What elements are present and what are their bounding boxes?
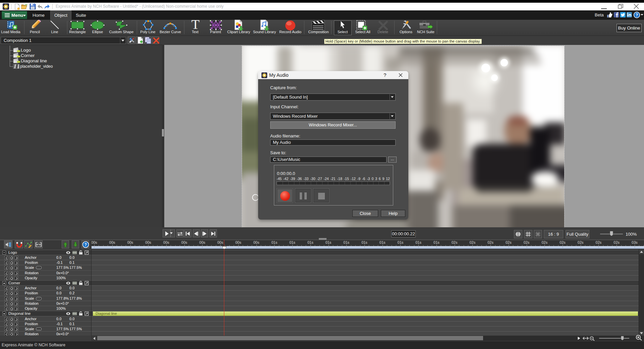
svg-text:?: ? [636, 13, 638, 17]
svg-text:1: 1 [38, 242, 40, 244]
svg-text:?: ? [84, 242, 87, 247]
